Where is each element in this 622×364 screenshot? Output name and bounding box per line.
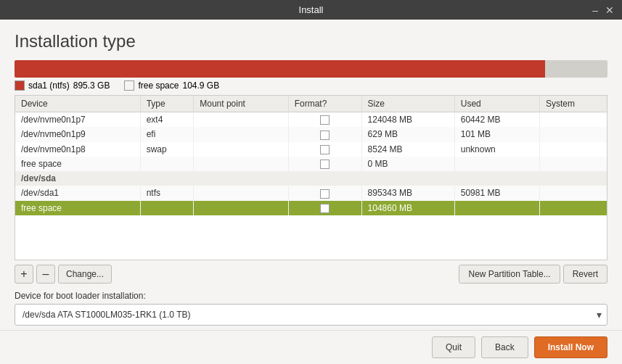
remove-partition-button[interactable]: – — [36, 265, 55, 284]
page-title: Installation type — [0, 20, 622, 60]
partition-table: Device Type Mount point Format? Size Use… — [15, 96, 607, 215]
close-button[interactable]: ✕ — [603, 5, 616, 15]
table-row[interactable]: /dev/sda — [15, 171, 607, 186]
table-row[interactable]: /dev/nvme0n1p9efi629 MB101 MB — [15, 127, 607, 141]
new-partition-table-button[interactable]: New Partition Table... — [459, 265, 560, 284]
col-device: Device — [15, 96, 140, 112]
col-size: Size — [361, 96, 454, 112]
col-system: System — [540, 96, 607, 112]
partition-tbody: /dev/nvme0n1p7ext4124048 MB60442 MB/dev/… — [15, 112, 607, 215]
disk-bar — [15, 60, 607, 78]
disk-legend: sda1 (ntfs) 895.3 GB free space 104.9 GB — [15, 78, 607, 92]
disk-bar-ntfs-segment — [15, 60, 545, 78]
table-header: Device Type Mount point Format? Size Use… — [15, 96, 607, 112]
free-label: free space — [138, 80, 179, 91]
table-row[interactable]: /dev/sda1ntfs895343 MB50981 MB — [15, 186, 607, 200]
partition-table-wrap: Device Type Mount point Format? Size Use… — [15, 95, 607, 260]
ntfs-label: sda1 (ntfs) — [28, 80, 70, 91]
legend-ntfs: sda1 (ntfs) 895.3 GB — [15, 80, 110, 91]
quit-button[interactable]: Quit — [432, 336, 475, 358]
ntfs-swatch — [15, 80, 25, 91]
back-button[interactable]: Back — [481, 336, 528, 358]
bottom-bar: Quit Back Install Now — [0, 330, 622, 364]
add-partition-button[interactable]: + — [15, 265, 33, 284]
change-button[interactable]: Change... — [58, 265, 112, 284]
table-row[interactable]: free space0 MB — [15, 157, 607, 171]
minimize-button[interactable]: – — [590, 5, 600, 15]
disk-bar-container: sda1 (ntfs) 895.3 GB free space 104.9 GB — [0, 60, 622, 95]
free-swatch — [124, 80, 134, 91]
col-mount: Mount point — [194, 96, 288, 112]
titlebar: Install – ✕ — [0, 0, 622, 20]
titlebar-controls: – ✕ — [590, 5, 616, 15]
disk-bar-free-segment — [545, 60, 607, 78]
revert-button[interactable]: Revert — [563, 265, 607, 284]
col-type: Type — [140, 96, 194, 112]
table-row[interactable]: /dev/nvme0n1p8swap8524 MBunknown — [15, 142, 607, 157]
table-row[interactable]: /dev/nvme0n1p7ext4124048 MB60442 MB — [15, 112, 607, 128]
toolbar: + – Change... New Partition Table... Rev… — [0, 260, 622, 288]
bootloader-section: Device for boot loader installation: /de… — [0, 288, 622, 330]
install-now-button[interactable]: Install Now — [534, 336, 607, 358]
bootloader-select[interactable]: /dev/sda ATA ST1000LM035-1RK1 (1.0 TB) — [15, 304, 607, 326]
col-used: Used — [454, 96, 539, 112]
table-row[interactable]: free space104860 MB — [15, 201, 607, 215]
window-title: Install — [299, 4, 324, 15]
bootloader-select-wrap: /dev/sda ATA ST1000LM035-1RK1 (1.0 TB) ▾ — [15, 304, 607, 326]
col-format: Format? — [288, 96, 361, 112]
ntfs-size: 895.3 GB — [73, 80, 110, 91]
window: Install – ✕ Installation type sda1 (ntfs… — [0, 0, 622, 364]
bootloader-label: Device for boot loader installation: — [15, 291, 607, 301]
main-content: Installation type sda1 (ntfs) 895.3 GB f… — [0, 20, 622, 364]
legend-free: free space 104.9 GB — [124, 80, 219, 91]
free-size: 104.9 GB — [182, 80, 219, 91]
